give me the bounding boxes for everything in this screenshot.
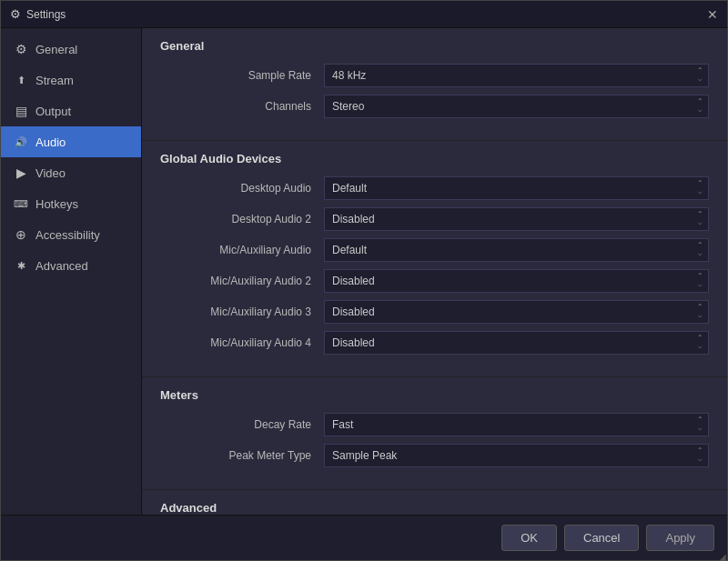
label-mic-audio-4: Mic/Auxiliary Audio 4 <box>160 336 324 349</box>
form-row-mic-audio-2: Mic/Auxiliary Audio 2 Disabled Default <box>160 269 709 293</box>
label-mic-audio-3: Mic/Auxiliary Audio 3 <box>160 306 324 318</box>
sidebar-item-advanced[interactable]: Advanced <box>1 250 141 281</box>
sidebar-label-audio: Audio <box>35 135 66 149</box>
select-sample-rate[interactable]: 48 kHz 44.1 kHz <box>324 64 709 87</box>
section-global-audio: Global Audio Devices Desktop Audio Defau… <box>142 141 727 377</box>
label-mic-audio-2: Mic/Auxiliary Audio 2 <box>160 275 324 287</box>
stream-icon <box>14 73 28 87</box>
label-mic-audio: Mic/Auxiliary Audio <box>160 244 324 256</box>
window-title: Settings <box>26 8 66 21</box>
section-advanced: Advanced Monitoring Device Default <box>142 490 727 515</box>
video-icon <box>14 165 28 180</box>
sidebar-item-accessibility[interactable]: Accessibility <box>1 219 141 250</box>
sidebar-item-hotkeys[interactable]: Hotkeys <box>1 188 141 219</box>
sidebar-item-stream[interactable]: Stream <box>1 65 141 95</box>
sidebar-label-stream: Stream <box>35 74 74 87</box>
resize-handle[interactable]: ◢ <box>719 552 726 559</box>
content-area: General Stream Output Audio Video <box>1 28 727 515</box>
control-desktop-audio: Default Disabled <box>324 176 709 200</box>
control-mic-audio: Default Disabled <box>324 238 709 262</box>
select-desktop-audio-2[interactable]: Disabled Default <box>324 207 709 231</box>
select-mic-audio-2[interactable]: Disabled Default <box>324 269 709 293</box>
select-desktop-audio[interactable]: Default Disabled <box>324 176 709 200</box>
control-mic-audio-4: Disabled Default <box>324 331 709 355</box>
section-title-global-audio: Global Audio Devices <box>160 152 709 165</box>
control-peak-meter: Sample Peak True Peak <box>324 444 709 467</box>
main-panel: General Sample Rate 48 kHz 44.1 kHz <box>142 28 727 515</box>
section-meters: Meters Decay Rate Fast Medium Slow <box>142 377 727 490</box>
form-row-mic-audio-4: Mic/Auxiliary Audio 4 Disabled Default <box>160 331 709 355</box>
form-row-desktop-audio: Desktop Audio Default Disabled <box>160 176 709 200</box>
label-peak-meter: Peak Meter Type <box>160 449 324 462</box>
close-button[interactable]: ✕ <box>707 8 718 21</box>
form-row-peak-meter: Peak Meter Type Sample Peak True Peak <box>160 444 709 467</box>
sidebar: General Stream Output Audio Video <box>1 28 142 515</box>
label-channels: Channels <box>160 100 324 113</box>
form-row-mic-audio-3: Mic/Auxiliary Audio 3 Disabled Default <box>160 300 709 324</box>
accessibility-icon <box>14 227 28 242</box>
control-mic-audio-3: Disabled Default <box>324 300 709 324</box>
section-title-meters: Meters <box>160 388 709 402</box>
select-mic-audio-3[interactable]: Disabled Default <box>324 300 709 324</box>
control-channels: Stereo Mono <box>324 95 709 118</box>
sidebar-label-general: General <box>35 43 77 56</box>
sidebar-item-audio[interactable]: Audio <box>1 126 141 157</box>
form-row-desktop-audio-2: Desktop Audio 2 Disabled Default <box>160 207 709 231</box>
label-sample-rate: Sample Rate <box>160 69 324 82</box>
sidebar-label-video: Video <box>35 166 66 180</box>
hotkeys-icon <box>14 196 28 211</box>
footer: OK Cancel Apply <box>1 515 727 560</box>
form-row-sample-rate: Sample Rate 48 kHz 44.1 kHz <box>160 64 709 87</box>
select-peak-meter[interactable]: Sample Peak True Peak <box>324 444 709 467</box>
section-title-general: General <box>160 39 709 53</box>
gear-icon <box>14 42 28 56</box>
sidebar-item-general[interactable]: General <box>1 34 141 65</box>
ok-button[interactable]: OK <box>501 525 557 551</box>
sidebar-item-output[interactable]: Output <box>1 95 141 126</box>
control-decay-rate: Fast Medium Slow <box>324 413 709 436</box>
form-row-decay-rate: Decay Rate Fast Medium Slow <box>160 413 709 436</box>
select-mic-audio[interactable]: Default Disabled <box>324 238 709 262</box>
cancel-button[interactable]: Cancel <box>564 525 639 551</box>
section-general: General Sample Rate 48 kHz 44.1 kHz <box>142 28 727 141</box>
select-wrapper-channels: Stereo Mono <box>324 95 709 118</box>
settings-icon: ⚙ <box>10 7 21 21</box>
audio-icon <box>14 135 28 149</box>
select-channels[interactable]: Stereo Mono <box>324 95 709 118</box>
select-decay-rate[interactable]: Fast Medium Slow <box>324 413 709 436</box>
titlebar-left: ⚙ Settings <box>10 7 66 21</box>
section-title-advanced: Advanced <box>160 501 709 515</box>
label-desktop-audio: Desktop Audio <box>160 182 324 195</box>
select-wrapper-sample-rate: 48 kHz 44.1 kHz <box>324 64 709 87</box>
sidebar-item-video[interactable]: Video <box>1 157 141 188</box>
label-decay-rate: Decay Rate <box>160 418 324 431</box>
select-mic-audio-4[interactable]: Disabled Default <box>324 331 709 355</box>
sidebar-label-advanced: Advanced <box>35 259 88 273</box>
sidebar-label-output: Output <box>35 105 71 118</box>
sidebar-label-hotkeys: Hotkeys <box>35 197 78 211</box>
control-sample-rate: 48 kHz 44.1 kHz <box>324 64 709 87</box>
advanced-icon <box>14 258 28 273</box>
control-desktop-audio-2: Disabled Default <box>324 207 709 231</box>
form-row-channels: Channels Stereo Mono <box>160 95 709 118</box>
label-desktop-audio-2: Desktop Audio 2 <box>160 213 324 225</box>
apply-button[interactable]: Apply <box>646 525 714 551</box>
titlebar: ⚙ Settings ✕ <box>1 1 727 28</box>
control-mic-audio-2: Disabled Default <box>324 269 709 293</box>
form-row-mic-audio: Mic/Auxiliary Audio Default Disabled <box>160 238 709 262</box>
output-icon <box>14 104 28 118</box>
sidebar-label-accessibility: Accessibility <box>35 228 100 242</box>
